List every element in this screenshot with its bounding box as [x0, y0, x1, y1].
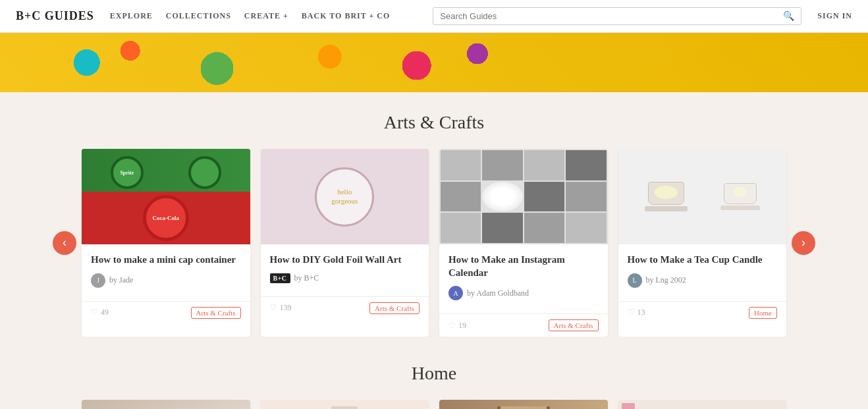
- card-2-image: hellogorgeous: [261, 149, 429, 244]
- card-3-author-name: by Adam Goldband: [467, 288, 529, 298]
- home-section: Home ‹: [53, 363, 815, 409]
- card-1-body: How to make a mini cap container J by Ja…: [82, 244, 250, 301]
- arts-crafts-title: Arts & Crafts: [53, 112, 815, 133]
- card-3-avatar: A: [448, 286, 463, 300]
- heart-icon-3: ♡: [448, 321, 456, 331]
- card-2-like-count: 139: [280, 303, 292, 313]
- home-card-4: [618, 400, 787, 409]
- card-4-author-name: by Lng 2002: [646, 275, 686, 285]
- card-1-footer: ♡ 49 Arts & Crafts: [82, 301, 250, 324]
- nav-collections[interactable]: COLLECTIONS: [166, 11, 231, 21]
- main-nav: EXPLORE COLLECTIONS CREATE + BACK TO BRI…: [110, 11, 391, 21]
- search-input[interactable]: [440, 11, 783, 21]
- card-2-author-name: by B+C: [294, 273, 319, 283]
- card-4-image: [618, 149, 787, 244]
- home-card-1: [82, 400, 250, 409]
- next-button-arts[interactable]: ›: [792, 231, 815, 255]
- heart-icon: ♡: [91, 308, 98, 317]
- nav-create[interactable]: CREATE +: [244, 11, 288, 21]
- card-4-author: L by Lng 2002: [628, 273, 778, 288]
- card-4: How to Make a Tea Cup Candle L by Lng 20…: [618, 149, 787, 337]
- home-cards: [76, 400, 792, 409]
- hero-banner: [0, 33, 868, 92]
- card-4-footer: ♡ 13 Home: [618, 301, 787, 324]
- arts-crafts-section: Arts & Crafts ‹ Sprite Coca-Cola: [53, 112, 815, 337]
- card-2-likes: ♡ 139: [270, 303, 292, 313]
- card-1-image: Sprite Coca-Cola: [82, 149, 250, 244]
- card-1-author: J by Jade: [91, 273, 241, 288]
- card-3-likes: ♡ 19: [448, 321, 466, 331]
- search-icon: 🔍: [783, 11, 794, 22]
- card-2: hellogorgeous How to DIY Gold Foil Wall …: [261, 149, 429, 337]
- arts-crafts-carousel: ‹ Sprite Coca-Cola How to make a m: [53, 149, 815, 337]
- card-2-author: B+C by B+C: [270, 273, 420, 283]
- card-2-body: How to DIY Gold Foil Wall Art B+C by B+C: [261, 244, 429, 296]
- home-card-3: [439, 400, 608, 409]
- card-3-title: How to Make an Instagram Calendar: [448, 254, 599, 279]
- home-card-3-image: [439, 400, 608, 409]
- card-3: How to Make an Instagram Calendar A by A…: [439, 149, 608, 337]
- site-logo[interactable]: B+C GUIDES: [16, 9, 94, 23]
- heart-icon-2: ♡: [270, 303, 277, 313]
- home-card-1-image: [82, 400, 250, 409]
- card-3-category[interactable]: Arts & Crafts: [549, 319, 599, 331]
- card-3-footer: ♡ 19 Arts & Crafts: [439, 314, 608, 337]
- prev-button-arts[interactable]: ‹: [53, 231, 76, 255]
- card-1: Sprite Coca-Cola How to make a mini cap …: [82, 149, 250, 337]
- card-2-bc-badge: B+C: [270, 273, 290, 283]
- card-1-category[interactable]: Arts & Crafts: [191, 307, 241, 319]
- nav-explore[interactable]: EXPLORE: [110, 11, 153, 21]
- card-4-title: How to Make a Tea Cup Candle: [628, 254, 778, 267]
- card-4-likes: ♡ 13: [628, 308, 645, 317]
- card-2-title: How to DIY Gold Foil Wall Art: [270, 254, 420, 267]
- header: B+C GUIDES EXPLORE COLLECTIONS CREATE + …: [0, 0, 868, 33]
- card-1-like-count: 49: [101, 308, 109, 317]
- hero-image: [0, 33, 868, 92]
- arts-crafts-cards: Sprite Coca-Cola How to make a mini cap …: [76, 149, 792, 337]
- card-2-category[interactable]: Arts & Crafts: [369, 302, 420, 314]
- sign-in-button[interactable]: SIGN IN: [817, 11, 852, 21]
- home-title: Home: [53, 363, 815, 384]
- home-card-2-image: [261, 400, 429, 409]
- card-4-body: How to Make a Tea Cup Candle L by Lng 20…: [618, 244, 787, 301]
- home-card-4-image: [618, 400, 787, 409]
- card-4-avatar: L: [628, 273, 642, 288]
- card-1-title: How to make a mini cap container: [91, 254, 241, 267]
- search-bar[interactable]: 🔍: [433, 7, 801, 25]
- card-1-author-name: by Jade: [109, 275, 133, 285]
- card-3-image: [439, 149, 608, 244]
- card-4-category[interactable]: Home: [749, 307, 777, 319]
- heart-icon-4: ♡: [628, 308, 635, 317]
- card-4-like-count: 13: [637, 308, 645, 317]
- main-content: Arts & Crafts ‹ Sprite Coca-Cola: [0, 92, 868, 409]
- home-card-2: [261, 400, 429, 409]
- card-3-author: A by Adam Goldband: [448, 286, 599, 300]
- nav-back[interactable]: BACK TO BRIT + CO: [302, 11, 391, 21]
- card-1-avatar: J: [91, 273, 105, 288]
- home-carousel: ‹: [53, 400, 815, 409]
- card-3-body: How to Make an Instagram Calendar A by A…: [439, 244, 608, 314]
- card-1-likes: ♡ 49: [91, 308, 109, 317]
- card-3-like-count: 19: [458, 321, 466, 331]
- card-2-footer: ♡ 139 Arts & Crafts: [261, 296, 429, 319]
